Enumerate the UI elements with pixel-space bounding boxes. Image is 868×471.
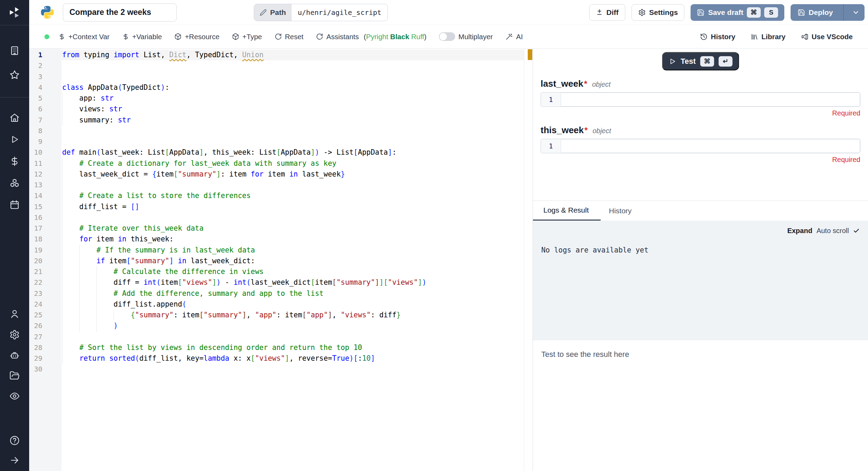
robot-icon[interactable]	[9, 350, 20, 361]
required-asterisk: *	[584, 79, 587, 89]
calendar-icon[interactable]	[9, 199, 20, 210]
multiplayer-toggle[interactable]	[439, 32, 455, 41]
path-label-segment[interactable]: Path	[254, 4, 292, 21]
editor-gutter: 1234567891011121314151617181920212223242…	[29, 49, 61, 471]
expand-button[interactable]: Expand	[787, 227, 812, 235]
topbar: Compare the 2 weeks Path u/henri/agile_s…	[29, 0, 868, 25]
result-placeholder: Test to see the result here	[541, 350, 860, 359]
play-icon	[668, 58, 676, 65]
history-button[interactable]: History	[700, 33, 735, 41]
code-editor[interactable]: 1234567891011121314151617181920212223242…	[29, 49, 533, 471]
add-variable-button[interactable]: +Variable	[122, 33, 162, 41]
arg-input-this-week[interactable]: 1	[541, 139, 860, 153]
star-icon[interactable]	[9, 70, 20, 80]
settings-button[interactable]: Settings	[632, 4, 685, 21]
eye-icon[interactable]	[9, 391, 20, 401]
add-context-var-label: +Context Var	[68, 33, 110, 41]
save-icon	[798, 9, 805, 16]
kbd-cmd: ⌘	[747, 7, 761, 18]
home-icon[interactable]	[9, 113, 20, 123]
logs-tabs: Logs & Result History	[533, 201, 868, 221]
line-number: 19	[29, 245, 61, 256]
line-number: 15	[29, 202, 61, 212]
code-line: # Add the difference, summary and app to…	[61, 288, 533, 299]
deploy-button[interactable]: Deploy	[791, 4, 865, 21]
arg-last-week: last_week* object 1 Required	[541, 78, 860, 117]
line-number: 10	[29, 147, 61, 158]
buildings-icon[interactable]	[9, 45, 20, 56]
library-button[interactable]: Library	[751, 33, 786, 41]
assistants-button[interactable]: Assistants	[316, 33, 359, 41]
kbd-enter: ↵	[719, 56, 733, 67]
no-logs-message: No logs are available yet	[541, 246, 860, 254]
add-context-var-button[interactable]: +Context Var	[58, 33, 110, 41]
required-asterisk: *	[584, 126, 587, 135]
line-number: 1	[29, 50, 61, 60]
boxes-icon[interactable]	[9, 178, 20, 188]
arrow-right-icon[interactable]	[10, 455, 19, 465]
path-label: Path	[270, 8, 286, 17]
folder-open-icon[interactable]	[9, 370, 20, 381]
play-icon[interactable]	[10, 135, 19, 144]
arg-input-last-week[interactable]: 1	[541, 92, 860, 107]
save-draft-button[interactable]: Save draft ⌘ S	[691, 4, 784, 21]
windmill-logo[interactable]	[8, 6, 21, 19]
line-number: 22	[29, 277, 61, 288]
code-line: # Calculate the difference in views	[61, 266, 533, 277]
dollar-icon[interactable]	[9, 156, 20, 166]
result-body: Test to see the result here	[533, 340, 868, 471]
help-icon[interactable]	[9, 435, 20, 446]
autoscroll-label[interactable]: Auto scroll	[817, 227, 849, 235]
line-number: 29	[29, 353, 61, 364]
user-icon[interactable]	[9, 309, 20, 319]
json-input-field[interactable]	[561, 93, 860, 106]
code-line: # If the summary is in last_week data	[61, 245, 533, 256]
line-number: 7	[29, 115, 61, 126]
settings-label: Settings	[649, 8, 678, 17]
code-area[interactable]: from typing import List, Dict, TypedDict…	[61, 49, 533, 471]
diff-button[interactable]: Diff	[589, 4, 625, 21]
line-number: 6	[29, 104, 61, 114]
rotate-cw-icon	[275, 33, 282, 40]
logs-body: Expand Auto scroll No logs are available…	[533, 221, 868, 340]
kbd-cmd: ⌘	[700, 56, 714, 67]
test-button[interactable]: Test ⌘ ↵	[662, 52, 739, 70]
ai-label: AI	[516, 33, 523, 41]
line-number: 18	[29, 234, 61, 245]
kbd-s: S	[764, 7, 778, 18]
package-icon	[174, 33, 182, 40]
path-value[interactable]: u/henri/agile_script	[292, 4, 388, 21]
code-line: app: str	[61, 93, 533, 104]
history-icon	[700, 33, 708, 41]
code-line: def main(last_week: List[AppData], this_…	[61, 147, 533, 158]
tab-history[interactable]: History	[601, 201, 640, 221]
code-line: diff_list.append(	[61, 299, 533, 310]
line-number: 24	[29, 299, 61, 310]
tab-logs-result[interactable]: Logs & Result	[533, 201, 601, 221]
reset-button[interactable]: Reset	[275, 33, 304, 41]
code-line: last_week_dict = {item["summary"]: item …	[61, 169, 533, 180]
line-number: 3	[29, 71, 61, 82]
line-number: 12	[29, 169, 61, 180]
check-icon[interactable]	[853, 228, 860, 234]
code-line	[61, 212, 533, 223]
line-number: 16	[29, 212, 61, 223]
library-icon	[751, 33, 758, 41]
script-title-input[interactable]: Compare the 2 weeks	[63, 3, 177, 22]
deploy-dropdown[interactable]	[847, 4, 865, 21]
multiplayer-toggle-group: Multiplayer	[439, 32, 493, 41]
library-label: Library	[761, 33, 786, 41]
code-line: diff_list = []	[61, 202, 533, 212]
gear-icon[interactable]	[9, 329, 20, 340]
test-pane: Test ⌘ ↵ last_week* object 1 Required th…	[533, 49, 868, 200]
line-number: 9	[29, 136, 61, 147]
use-vscode-button[interactable]: Use VScode	[801, 33, 853, 41]
json-input-field[interactable]	[561, 139, 860, 153]
path-button[interactable]: Path u/henri/agile_script	[254, 4, 388, 21]
ai-button[interactable]: AI	[505, 33, 523, 41]
add-resource-button[interactable]: +Resource	[174, 33, 219, 41]
script-title: Compare the 2 weeks	[69, 8, 151, 17]
add-type-button[interactable]: +Type	[232, 33, 262, 41]
line-number: 13	[29, 180, 61, 190]
diff-label: Diff	[607, 8, 619, 17]
